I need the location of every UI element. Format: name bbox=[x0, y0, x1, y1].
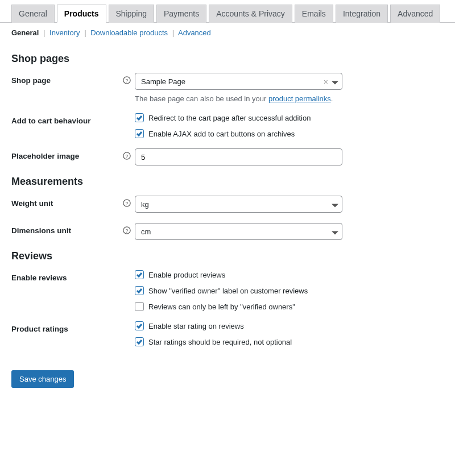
checkbox-verified-label-text: Show "verified owner" label on customer … bbox=[148, 287, 308, 295]
chevron-down-icon bbox=[332, 229, 338, 238]
svg-text:?: ? bbox=[126, 78, 129, 84]
help-icon[interactable]: ? bbox=[122, 196, 131, 207]
shop-page-value: Sample Page bbox=[141, 77, 185, 86]
label-placeholder-image: Placeholder image bbox=[11, 148, 122, 160]
subtab-downloadable[interactable]: Downloadable products bbox=[90, 28, 168, 37]
tab-emails[interactable]: Emails bbox=[295, 5, 333, 23]
shop-page-description: The base page can also be used in your p… bbox=[135, 94, 351, 103]
checkbox-enable-reviews-label: Enable product reviews bbox=[148, 271, 225, 279]
dimensions-unit-value: cm bbox=[141, 227, 151, 236]
help-icon[interactable]: ? bbox=[122, 223, 131, 234]
checkbox-verified-only-label: Reviews can only be left by "verified ow… bbox=[148, 303, 295, 311]
checkbox-redirect-cart[interactable] bbox=[135, 113, 144, 122]
label-product-ratings: Product ratings bbox=[11, 321, 122, 333]
weight-unit-select[interactable]: kg bbox=[135, 196, 342, 213]
section-shop-pages: Shop pages bbox=[11, 53, 444, 65]
subtab-inventory[interactable]: Inventory bbox=[49, 28, 80, 37]
sub-navigation: General | Inventory | Downloadable produ… bbox=[0, 23, 455, 43]
save-changes-button[interactable]: Save changes bbox=[11, 370, 74, 388]
chevron-down-icon bbox=[332, 202, 338, 210]
chevron-down-icon bbox=[332, 79, 338, 88]
tab-payments[interactable]: Payments bbox=[156, 5, 206, 23]
label-add-to-cart: Add to cart behaviour bbox=[11, 113, 122, 125]
label-enable-reviews: Enable reviews bbox=[11, 270, 122, 282]
checkbox-verified-label[interactable] bbox=[135, 286, 144, 295]
label-dimensions-unit: Dimensions unit bbox=[11, 223, 122, 235]
checkbox-ajax-cart[interactable] bbox=[135, 129, 144, 138]
tab-shipping[interactable]: Shipping bbox=[109, 5, 155, 23]
subtab-advanced[interactable]: Advanced bbox=[178, 28, 211, 37]
help-icon[interactable]: ? bbox=[122, 148, 131, 160]
svg-text:?: ? bbox=[126, 201, 129, 206]
tab-general[interactable]: General bbox=[11, 5, 55, 23]
weight-unit-value: kg bbox=[141, 200, 149, 209]
section-reviews: Reviews bbox=[11, 250, 444, 262]
clear-icon[interactable]: × bbox=[324, 77, 328, 86]
subtab-general[interactable]: General bbox=[11, 28, 39, 37]
product-permalinks-link[interactable]: product permalinks bbox=[268, 94, 331, 103]
section-measurements: Measurements bbox=[11, 176, 444, 188]
label-shop-page: Shop page bbox=[11, 73, 122, 85]
svg-text:?: ? bbox=[126, 228, 129, 234]
checkbox-star-rating[interactable] bbox=[135, 321, 144, 330]
checkbox-ratings-required[interactable] bbox=[135, 337, 144, 346]
checkbox-ajax-label: Enable AJAX add to cart buttons on archi… bbox=[148, 130, 295, 138]
tab-accounts-privacy[interactable]: Accounts & Privacy bbox=[209, 5, 292, 23]
placeholder-image-input[interactable] bbox=[135, 148, 342, 165]
tab-integration[interactable]: Integration bbox=[336, 5, 388, 23]
svg-text:?: ? bbox=[126, 154, 129, 159]
help-icon[interactable]: ? bbox=[122, 73, 131, 84]
tab-products[interactable]: Products bbox=[57, 5, 106, 23]
dimensions-unit-select[interactable]: cm bbox=[135, 223, 342, 240]
checkbox-star-rating-label: Enable star rating on reviews bbox=[148, 322, 244, 330]
label-weight-unit: Weight unit bbox=[11, 196, 122, 208]
checkbox-enable-reviews[interactable] bbox=[135, 270, 144, 279]
tab-advanced[interactable]: Advanced bbox=[390, 5, 440, 23]
checkbox-redirect-label: Redirect to the cart page after successf… bbox=[148, 114, 311, 122]
top-tabs: General Products Shipping Payments Accou… bbox=[0, 0, 455, 23]
checkbox-ratings-required-label: Star ratings should be required, not opt… bbox=[148, 338, 292, 346]
shop-page-select[interactable]: Sample Page × bbox=[135, 73, 342, 90]
checkbox-verified-only[interactable] bbox=[135, 302, 144, 311]
